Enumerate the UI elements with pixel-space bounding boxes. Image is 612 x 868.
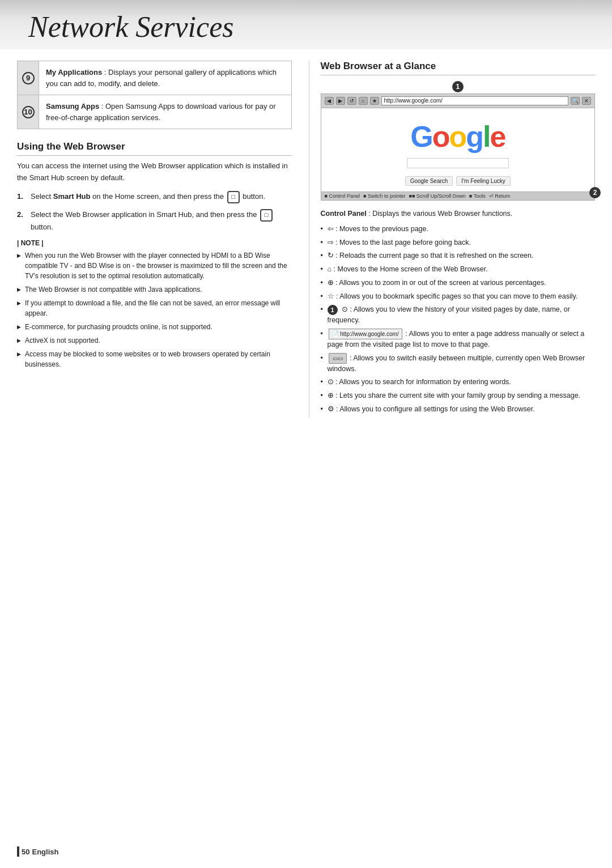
circle-9: 9: [22, 72, 35, 84]
bullet-2: ⇨ : Moves to the last page before going …: [321, 237, 596, 248]
item-number-10: 10: [18, 95, 39, 129]
bullet-4: ⌂ : Moves to the Home screen of the Web …: [321, 264, 596, 275]
bullet-9: ▭▭ : Allows you to switch easily between…: [321, 353, 596, 375]
browser-body: Google Google Search I'm Feeling Lucky: [321, 108, 595, 192]
google-lucky-btn[interactable]: I'm Feeling Lucky: [456, 176, 511, 186]
step-2: 2. Select the Web Browser application in…: [17, 209, 292, 233]
marker-2: 2: [589, 187, 601, 198]
note-item-6: Access may be blocked to some websites o…: [17, 349, 292, 369]
forward-btn[interactable]: ▶: [336, 97, 345, 105]
icon-forward: ⇨: [328, 239, 334, 246]
info-row-9: 9 My Applications : Displays your person…: [17, 61, 292, 95]
icon-zoom: ⊕: [328, 279, 334, 287]
icon-settings: ⚙: [328, 405, 334, 413]
status-return: ⏎ Return: [489, 193, 511, 199]
google-search-box[interactable]: [407, 158, 509, 168]
step-2-num: 2.: [17, 209, 26, 233]
home-btn[interactable]: ⌂: [359, 97, 368, 105]
bullet-7: 1 ⊙ : Allows you to view the history of …: [321, 304, 596, 326]
bullet-3: ↻ : Reloads the current page so that it …: [321, 250, 596, 261]
status-control-panel: ■ Control Panel: [325, 193, 360, 199]
bullet-list: ⇦ : Moves to the previous page. ⇨ : Move…: [321, 224, 596, 415]
footer-language: English: [32, 848, 58, 856]
bullet-11: ⊕ : Lets you share the current site with…: [321, 390, 596, 401]
marker-1-area: 1: [321, 81, 596, 92]
bullet-12: ⚙ : Allows you to configure all settings…: [321, 404, 596, 415]
browser-statusbar: ■ Control Panel ■ Switch to pointer ■■ S…: [321, 192, 595, 200]
main-content: 9 My Applications : Displays your person…: [0, 61, 612, 418]
web-browser-intro: You can access the internet using the We…: [17, 160, 292, 184]
address-bar[interactable]: http://www.google.com/: [381, 96, 569, 105]
item-9-title: My Applications : Displays your personal…: [46, 68, 277, 88]
item-10-content: Samsung Apps : Open Samsung Apps to down…: [39, 95, 291, 129]
item-10-title: Samsung Apps : Open Samsung Apps to down…: [46, 102, 276, 122]
icon-back: ⇦: [328, 225, 334, 233]
item-9-content: My Applications : Displays your personal…: [39, 61, 291, 95]
circle-10: 10: [22, 106, 35, 118]
web-browser-at-glance-heading: Web Browser at a Glance: [321, 61, 596, 75]
step-1-num: 1.: [17, 191, 26, 203]
browser-screenshot-wrapper: 1 ◀ ▶ ↺ ⌂ ★ http://www.google.com/ 🔍 ✕: [321, 81, 596, 201]
step-1: 1. Select Smart Hub on the Home screen, …: [17, 191, 292, 203]
status-scroll: ■■ Scroll Up/Scroll Down: [409, 193, 465, 199]
footer-bar: [17, 846, 19, 857]
step-list: 1. Select Smart Hub on the Home screen, …: [17, 191, 292, 233]
left-column: 9 My Applications : Displays your person…: [17, 61, 309, 418]
status-switch: ■ Switch to pointer: [363, 193, 405, 199]
bullet-6: ☆ : Allows you to bookmark specific page…: [321, 291, 596, 302]
close-btn[interactable]: ✕: [582, 97, 591, 105]
window-switcher-btn: ▭▭: [329, 353, 347, 364]
control-panel-desc: Control Panel : Displays the various Web…: [321, 209, 596, 219]
using-web-browser-heading: Using the Web Browser: [17, 141, 292, 156]
right-column: Web Browser at a Glance 1 ◀ ▶ ↺ ⌂ ★ http…: [309, 61, 596, 418]
bullet-8: 📄 http://www.google.com/ : Allows you to…: [321, 329, 596, 350]
icon-bookmark: ☆: [328, 292, 334, 300]
icon-search: ⊙: [328, 378, 334, 386]
note-list: When you run the Web Browser with the pl…: [17, 250, 292, 369]
remote-btn-2: □: [260, 209, 273, 222]
bullet-10: ⊙ : Allows you to search for information…: [321, 377, 596, 388]
note-item-4: E-commerce, for purchasing proudcts onli…: [17, 322, 292, 332]
bookmark-btn[interactable]: ★: [370, 97, 379, 105]
note-section: | NOTE | When you run the Web Browser wi…: [17, 239, 292, 369]
back-btn[interactable]: ◀: [325, 97, 334, 105]
note-item-5: ActiveX is not supported.: [17, 335, 292, 346]
browser-with-marker: ◀ ▶ ↺ ⌂ ★ http://www.google.com/ 🔍 ✕ Goo…: [321, 93, 596, 201]
remote-btn-1: □: [227, 191, 240, 203]
num-marker-1: 1: [328, 305, 338, 315]
note-item-1: When you run the Web Browser with the pl…: [17, 250, 292, 281]
bullet-5: ⊕ : Allows you to zoom in or out of the …: [321, 278, 596, 288]
status-tools: ■ Tools: [469, 193, 486, 199]
url-badge: 📄 http://www.google.com/: [329, 329, 402, 339]
page-footer: 50 English: [17, 846, 58, 857]
icon-home: ⌂: [328, 265, 332, 273]
item-number-9: 9: [18, 61, 39, 95]
info-row-10: 10 Samsung Apps : Open Samsung Apps to d…: [17, 95, 292, 129]
marker-1: 1: [452, 81, 464, 92]
search-btn-toolbar[interactable]: 🔍: [571, 97, 580, 105]
step-2-text: Select the Web Browser application in Sm…: [31, 209, 292, 233]
refresh-btn[interactable]: ↺: [347, 97, 356, 105]
step-1-text: Select Smart Hub on the Home screen, and…: [31, 191, 265, 203]
browser-toolbar: ◀ ▶ ↺ ⌂ ★ http://www.google.com/ 🔍 ✕: [321, 94, 595, 108]
note-item-2: The Web Browser is not compatible with J…: [17, 284, 292, 295]
page-header: Network Services: [0, 0, 612, 49]
browser-screenshot: ◀ ▶ ↺ ⌂ ★ http://www.google.com/ 🔍 ✕ Goo…: [321, 93, 596, 201]
bullet-1: ⇦ : Moves to the previous page.: [321, 224, 596, 235]
icon-share: ⊕: [328, 392, 334, 399]
page-title: Network Services: [28, 10, 584, 44]
google-logo: Google: [410, 120, 505, 154]
google-search-btn[interactable]: Google Search: [405, 176, 453, 186]
note-item-3: If you attempt to download a file, and t…: [17, 298, 292, 318]
footer-page-num: 50: [22, 848, 29, 856]
google-buttons: Google Search I'm Feeling Lucky: [405, 176, 511, 186]
note-label: | NOTE |: [17, 239, 292, 247]
icon-reload: ↻: [328, 252, 334, 259]
icon-history: ⊙: [342, 305, 348, 313]
